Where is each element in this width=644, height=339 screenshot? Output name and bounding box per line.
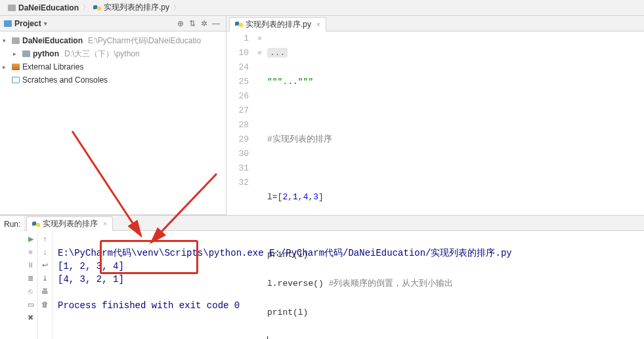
code-comment: #实现列表的排序 xyxy=(267,134,332,144)
print-icon[interactable]: 🖶 xyxy=(40,286,51,296)
code-text: l=[ xyxy=(267,192,282,202)
code-number: 3 xyxy=(313,192,318,202)
console-line: [4, 3, 2, 1] xyxy=(58,274,124,285)
breadcrumb-file-label: 实现列表的排序.py xyxy=(104,2,169,13)
scratches-icon xyxy=(12,77,20,83)
chevron-right-icon: 〉 xyxy=(172,3,181,12)
line-number: 1 xyxy=(226,31,249,46)
module-folder-icon xyxy=(12,37,20,44)
tree-node-scratches[interactable]: Scratches and Consoles xyxy=(0,73,226,87)
chevron-right-icon: 〉 xyxy=(81,3,91,12)
editor-pane: 实现列表的排序.py × 1 10 24 25 26 27 28 29 30 3… xyxy=(226,16,644,214)
run-tab[interactable]: 实现列表的排序 × xyxy=(26,216,113,231)
pin-icon[interactable]: ✖ xyxy=(26,312,36,323)
clear-all-icon[interactable]: 🗑 xyxy=(40,299,51,309)
rerun-icon[interactable]: ▶ xyxy=(26,233,36,244)
code-number: 4 xyxy=(303,192,309,202)
locate-file-icon[interactable]: ⊕ xyxy=(175,18,186,30)
python-file-icon xyxy=(32,220,40,228)
tree-node-label: python xyxy=(33,49,59,58)
dropdown-caret-icon[interactable]: ▾ xyxy=(44,20,47,27)
breadcrumb-folder-label: DaNeiEducation xyxy=(18,3,79,12)
tree-node-path: E:\PyCharm代码\DaNeiEducatio xyxy=(88,35,201,47)
breadcrumb-file[interactable]: 实现列表的排序.py xyxy=(91,2,172,13)
run-left-toolbar: ▶ ■ ⏸ ≣ ⎋ ▭ ✖ xyxy=(24,231,38,339)
code-text: ] xyxy=(318,192,324,202)
code-number: 2 xyxy=(282,192,288,202)
code-text: """...""" xyxy=(267,77,313,87)
line-number: 27 xyxy=(226,104,249,118)
scroll-to-end-icon[interactable]: ⤓ xyxy=(40,273,51,283)
breadcrumb-bar: DaNeiEducation 〉 实现列表的排序.py 〉 xyxy=(0,0,644,16)
hide-button-icon[interactable]: — xyxy=(210,18,222,30)
folder-icon xyxy=(22,50,30,57)
tree-node-label: DaNeiEducation xyxy=(22,36,83,45)
expand-arrow-icon[interactable]: ▸ xyxy=(13,50,20,57)
line-number: 25 xyxy=(226,75,249,89)
run-tabs: 实现列表的排序 × xyxy=(24,215,644,231)
python-file-icon xyxy=(235,20,243,28)
code-number: 1 xyxy=(293,192,298,202)
editor-tab[interactable]: 实现列表的排序.py × xyxy=(229,17,326,31)
run-tab-label: 实现列表的排序 xyxy=(43,218,98,229)
tree-node-label: External Libraries xyxy=(22,62,83,71)
expand-all-icon[interactable]: ⇅ xyxy=(186,18,198,30)
line-number: 30 xyxy=(226,147,249,161)
down-arrow-icon[interactable]: ↓ xyxy=(40,247,51,257)
exit-icon[interactable]: ⎋ xyxy=(26,286,36,296)
tree-node-root[interactable]: ▾ DaNeiEducation E:\PyCharm代码\DaNeiEduca… xyxy=(0,34,226,47)
line-number: 32 xyxy=(226,176,249,190)
stop-icon[interactable]: ■ xyxy=(26,247,36,257)
project-tool-header: Project ▾ ⊕ ⇅ ✲ — xyxy=(0,16,226,31)
annotation-highlight-box xyxy=(100,240,198,274)
line-number: 28 xyxy=(226,118,249,132)
line-number: 24 xyxy=(226,60,249,75)
soft-wrap-icon[interactable]: ↩ xyxy=(40,260,51,270)
line-number: 31 xyxy=(226,161,249,176)
close-tab-icon[interactable]: × xyxy=(316,21,320,28)
layout-icon[interactable]: ▭ xyxy=(26,299,36,309)
editor-tabs: 实现列表的排序.py × xyxy=(226,16,644,31)
project-tool-window: Project ▾ ⊕ ⇅ ✲ — ▾ DaNeiEducation E:\Py… xyxy=(0,16,226,214)
project-tree[interactable]: ▾ DaNeiEducation E:\PyCharm代码\DaNeiEduca… xyxy=(0,31,226,214)
pause-icon[interactable]: ⏸ xyxy=(26,260,36,270)
run-label: Run: xyxy=(0,215,24,339)
tree-node-python[interactable]: ▸ python D:\大三（下）\python xyxy=(0,47,226,60)
folded-placeholder[interactable]: ... xyxy=(267,48,288,58)
folder-icon xyxy=(8,5,16,11)
gear-icon[interactable]: ✲ xyxy=(198,18,210,30)
up-arrow-icon[interactable]: ↑ xyxy=(40,233,51,244)
line-number: 29 xyxy=(226,132,249,147)
close-tab-icon[interactable]: × xyxy=(103,220,107,228)
breadcrumb-folder[interactable]: DaNeiEducation xyxy=(5,3,81,12)
console-output[interactable]: E:\PyCharm代码\venv\Scripts\python.exe E:/… xyxy=(53,231,644,339)
line-number: 26 xyxy=(226,89,249,104)
expand-arrow-icon[interactable]: ▸ xyxy=(3,64,9,70)
project-icon xyxy=(4,20,12,27)
console-line: Process finished with exit code 0 xyxy=(58,300,240,311)
dump-threads-icon[interactable]: ≣ xyxy=(26,273,36,283)
tree-node-path: D:\大三（下）\python xyxy=(64,49,140,60)
expand-arrow-icon[interactable]: ▾ xyxy=(3,37,9,44)
editor-tab-label: 实现列表的排序.py xyxy=(246,19,311,30)
tree-node-external-libs[interactable]: ▸ External Libraries xyxy=(0,60,226,73)
run-tool-window: Run: 实现列表的排序 × ▶ ■ ⏸ ≣ ⎋ ▭ ✖ ↑ ↓ ↩ xyxy=(0,215,644,339)
tree-node-label: Scratches and Consoles xyxy=(22,75,108,85)
project-tool-title: Project xyxy=(14,19,41,28)
library-icon xyxy=(12,64,20,70)
line-number: 10 xyxy=(226,46,249,60)
python-file-icon xyxy=(93,4,101,12)
run-mid-toolbar: ↑ ↓ ↩ ⤓ 🖶 🗑 xyxy=(38,231,53,339)
